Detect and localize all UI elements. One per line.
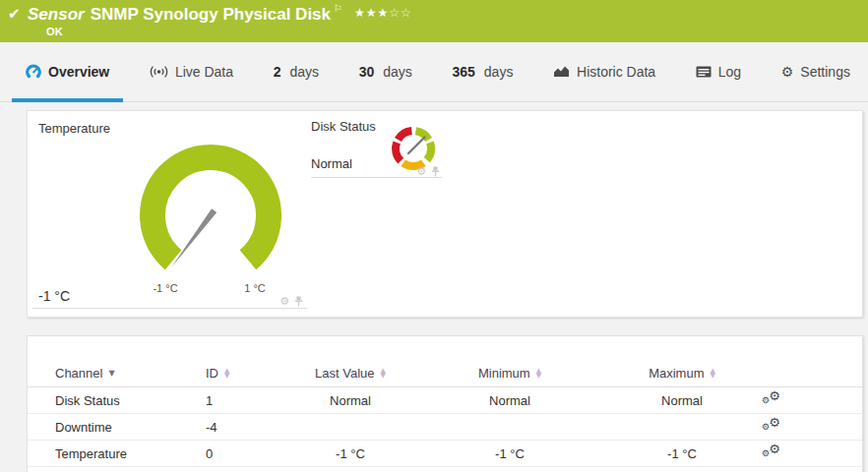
last-value: -1 °C [289,446,411,461]
pin-icon[interactable] [294,296,303,307]
sort-idle-icon: ▲▼ [710,369,714,379]
ok-check-icon: ✔ [8,5,21,23]
channel-id: 1 [206,393,289,408]
tab-365-days[interactable]: 365 days [438,42,527,102]
channel-settings-icon[interactable]: ⚙⚙ [762,443,781,461]
minimum-value: Normal [411,393,608,408]
sort-idle-icon: ▲▼ [224,369,229,379]
column-header-channel[interactable]: Channel ▼ [55,366,115,381]
channel-table: Channel ▼ ID ▲▼ Last Value ▲▼ Minimum ▲▼… [28,336,862,467]
last-value: Normal [289,393,411,408]
sort-desc-icon: ▼ [108,370,114,378]
sensor-type-label: Sensor [28,5,85,24]
gear-icon[interactable]: ⚙ [279,296,289,307]
maximum-value: Normal [608,393,756,408]
channel-settings-icon[interactable]: ⚙⚙ [762,390,781,408]
tab-historic-data[interactable]: Historic Data [539,42,669,102]
channel-name: Downtime [55,420,206,435]
table-row-disk-status[interactable]: Disk Status 1 Normal Normal Normal ⚙⚙ [28,387,862,414]
disk-status-gauge-cell[interactable]: Disk Status Normal ⚙ [311,119,442,178]
tab-label: Live Data [175,64,233,80]
tab-label: Overview [48,64,109,80]
disk-status-value: Normal [311,156,352,171]
sensor-title: SNMP Synology Physical Disk [91,5,331,24]
star-rating[interactable]: ★★★☆☆ [354,6,412,20]
column-header-last-value[interactable]: Last Value ▲▼ [315,366,386,381]
tab-live-data[interactable]: Live Data [136,42,247,102]
channel-id: 0 [206,446,289,461]
sensor-title-line: SensorSNMP Synology Physical Disk⚐★★★☆☆ [28,3,412,25]
channel-table-panel: Channel ▼ ID ▲▼ Last Value ▲▼ Minimum ▲▼… [27,335,863,472]
gauge-tools: ⚙ [416,166,440,177]
overview-gauges-panel: Temperature -1 °C 1 °C -1 °C ⚙ Disk Stat… [27,110,863,318]
column-header-id[interactable]: ID ▲▼ [206,366,229,381]
disk-status-title: Disk Status [311,119,376,134]
tab-30-days[interactable]: 30 days [345,42,426,102]
pin-icon[interactable] [431,166,440,177]
settings-gear-icon: ⚙ [781,65,794,79]
gear-icon[interactable]: ⚙ [416,166,426,177]
historic-data-icon [553,65,570,79]
tab-settings[interactable]: ⚙ Settings [768,42,864,102]
temperature-gauge-cell[interactable]: Temperature -1 °C 1 °C -1 °C ⚙ [32,119,307,309]
tab-bar: Overview Live Data 2 days 30 days 365 da… [0,42,868,102]
temperature-gauge [132,141,289,298]
sensor-page: ✔ SensorSNMP Synology Physical Disk⚐★★★☆… [0,0,868,472]
channel-id: -4 [206,420,289,435]
gauge-max-label: 1 °C [225,282,284,294]
gauge-icon [26,64,41,80]
tab-log[interactable]: Log [682,42,755,102]
priority-flag-icon[interactable]: ⚐ [334,3,342,14]
status-badge: OK [46,26,63,37]
tab-2-days[interactable]: 2 days [260,42,333,102]
tab-label: Historic Data [577,64,655,80]
channel-name: Temperature [55,446,206,461]
column-header-maximum[interactable]: Maximum ▲▼ [649,366,715,381]
sensor-header: ✔ SensorSNMP Synology Physical Disk⚐★★★☆… [0,0,868,42]
gauge-min-label: -1 °C [136,282,195,294]
table-row-temperature[interactable]: Temperature 0 -1 °C -1 °C -1 °C ⚙⚙ [28,441,862,467]
tab-label: Log [718,64,741,80]
log-icon [696,66,712,78]
gauge-tools: ⚙ [279,296,303,307]
tab-overview[interactable]: Overview [12,42,123,102]
table-row-downtime[interactable]: Downtime -4 ⚙⚙ [28,414,862,441]
temperature-current-value: -1 °C [38,288,70,304]
channel-name: Disk Status [55,393,206,408]
channel-settings-icon[interactable]: ⚙⚙ [762,417,781,435]
maximum-value: -1 °C [608,446,756,461]
minimum-value: -1 °C [411,446,608,461]
sort-idle-icon: ▲▼ [381,369,386,379]
tab-label: Settings [800,64,850,80]
column-header-minimum[interactable]: Minimum ▲▼ [478,366,541,381]
table-header-row: Channel ▼ ID ▲▼ Last Value ▲▼ Minimum ▲▼… [28,360,862,387]
temperature-title: Temperature [38,121,110,136]
live-data-icon [150,65,168,79]
sort-idle-icon: ▲▼ [536,369,541,379]
disk-status-gauge [390,125,437,172]
